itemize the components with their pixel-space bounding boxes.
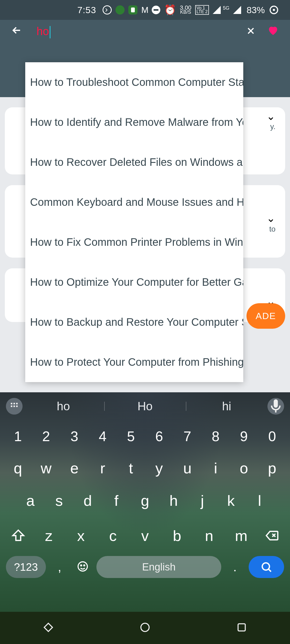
dnd-icon — [152, 6, 160, 14]
status-app-icon-2 — [115, 5, 125, 14]
key-z[interactable]: z — [33, 527, 65, 544]
nav-back-button[interactable] — [42, 621, 55, 635]
key-c[interactable]: c — [97, 527, 129, 544]
key-f[interactable]: f — [102, 492, 131, 509]
status-bar: 7:53 M ⏰ 3.00 KB/S Vo 1 LTE 2 5G 83% — [0, 0, 290, 20]
keyboard-menu-button[interactable] — [6, 398, 23, 415]
key-0[interactable]: 0 — [258, 428, 286, 444]
system-navbar — [0, 612, 290, 644]
soft-keyboard: ho Ho hi 1 2 3 4 5 6 7 8 9 0 q w e r t y… — [0, 392, 290, 644]
key-u[interactable]: u — [173, 459, 201, 477]
key-p[interactable]: p — [258, 459, 286, 477]
svg-rect-0 — [11, 403, 12, 404]
keyboard-prediction[interactable]: hi — [186, 400, 267, 413]
key-9[interactable]: 9 — [230, 428, 258, 444]
key-2[interactable]: 2 — [32, 428, 60, 444]
suggestion-item[interactable]: How to Optimize Your Computer for Better… — [25, 262, 243, 302]
period-key[interactable]: . — [226, 560, 244, 574]
keyboard-prediction[interactable]: ho — [23, 400, 104, 413]
key-y[interactable]: y — [145, 459, 173, 477]
signal-icon-1 — [213, 6, 221, 14]
chevron-down-icon[interactable]: ⌄ — [266, 110, 276, 122]
space-key[interactable]: English — [96, 556, 221, 578]
svg-rect-4 — [13, 405, 15, 407]
key-t[interactable]: t — [117, 459, 145, 477]
text-caret — [50, 26, 50, 38]
key-l[interactable]: l — [245, 492, 274, 509]
svg-rect-5 — [16, 405, 18, 407]
suggestion-item[interactable]: How to Protect Your Computer from Phishi… — [25, 342, 243, 382]
svg-rect-1 — [13, 403, 15, 404]
key-n[interactable]: n — [193, 527, 225, 544]
key-i[interactable]: i — [201, 459, 230, 477]
data-rate-indicator: 3.00 KB/S — [180, 6, 191, 14]
status-app-icon — [103, 5, 112, 14]
signal-icon-2 — [233, 6, 241, 14]
upgrade-button-fragment[interactable]: ADE — [247, 303, 285, 329]
key-j[interactable]: j — [188, 492, 217, 509]
back-button[interactable] — [8, 21, 26, 42]
suggestion-item[interactable]: How to Backup and Restore Your Computer … — [25, 302, 243, 342]
svg-rect-11 — [238, 624, 245, 631]
svg-rect-3 — [11, 405, 12, 407]
svg-point-8 — [84, 565, 85, 566]
key-x[interactable]: x — [65, 527, 97, 544]
key-4[interactable]: 4 — [89, 428, 117, 444]
key-q[interactable]: q — [4, 459, 32, 477]
clear-search-button[interactable] — [238, 21, 264, 42]
search-enter-key[interactable] — [249, 556, 284, 578]
nav-home-button[interactable] — [139, 621, 151, 635]
key-7[interactable]: 7 — [173, 428, 201, 444]
status-app-icon-3 — [128, 5, 137, 14]
search-header: ho — [0, 20, 290, 43]
suggestion-item[interactable]: Common Keyboard and Mouse Issues and How… — [25, 182, 243, 222]
key-b[interactable]: b — [161, 527, 193, 544]
key-o[interactable]: o — [230, 459, 258, 477]
key-e[interactable]: e — [60, 459, 88, 477]
bg-text-fragment: y. — [270, 122, 276, 131]
key-1[interactable]: 1 — [4, 428, 32, 444]
suggestion-item[interactable]: How to Fix Common Printer Problems in Wi… — [25, 222, 243, 262]
search-input[interactable]: ho — [37, 25, 238, 38]
favorites-button[interactable] — [264, 21, 282, 43]
symbols-key[interactable]: ?123 — [6, 556, 46, 578]
bg-text-fragment: to — [269, 225, 276, 233]
alarm-icon: ⏰ — [164, 4, 176, 16]
key-8[interactable]: 8 — [201, 428, 230, 444]
nav-recents-button[interactable] — [235, 621, 248, 635]
key-s[interactable]: s — [45, 492, 74, 509]
volte-icon: Vo 1 LTE 2 — [195, 5, 209, 15]
key-k[interactable]: k — [217, 492, 245, 509]
chevron-down-icon[interactable]: ⌄ — [266, 212, 276, 224]
key-3[interactable]: 3 — [60, 428, 88, 444]
suggestion-item[interactable]: How to Identify and Remove Malware from … — [25, 102, 243, 142]
key-m[interactable]: m — [225, 527, 257, 544]
suggestion-item[interactable]: How to Recover Deleted Files on Windows … — [25, 142, 243, 182]
key-5[interactable]: 5 — [117, 428, 145, 444]
battery-icon — [270, 6, 278, 14]
shift-key[interactable] — [4, 524, 33, 547]
key-r[interactable]: r — [89, 459, 117, 477]
voice-input-button[interactable] — [267, 398, 284, 415]
svg-point-6 — [78, 562, 88, 571]
key-6[interactable]: 6 — [145, 428, 173, 444]
status-time: 7:53 — [77, 5, 96, 15]
keyboard-prediction[interactable]: Ho — [104, 400, 186, 413]
key-w[interactable]: w — [32, 459, 60, 477]
search-suggestions-dropdown: How to Troubleshoot Common Computer Star… — [25, 62, 243, 382]
backspace-key[interactable] — [257, 524, 286, 547]
comma-key[interactable]: , — [50, 560, 69, 574]
key-v[interactable]: v — [129, 527, 161, 544]
key-a[interactable]: a — [16, 492, 45, 509]
emoji-key[interactable] — [73, 560, 92, 574]
svg-point-9 — [262, 563, 270, 570]
battery-percentage: 83% — [247, 5, 265, 15]
search-query-text: ho — [37, 25, 49, 38]
suggestion-item[interactable]: How to Troubleshoot Common Computer Star… — [25, 62, 243, 102]
svg-point-7 — [81, 565, 82, 566]
key-h[interactable]: h — [159, 492, 188, 509]
key-g[interactable]: g — [131, 492, 160, 509]
svg-rect-2 — [16, 403, 18, 404]
key-d[interactable]: d — [73, 492, 102, 509]
svg-point-10 — [141, 623, 149, 632]
